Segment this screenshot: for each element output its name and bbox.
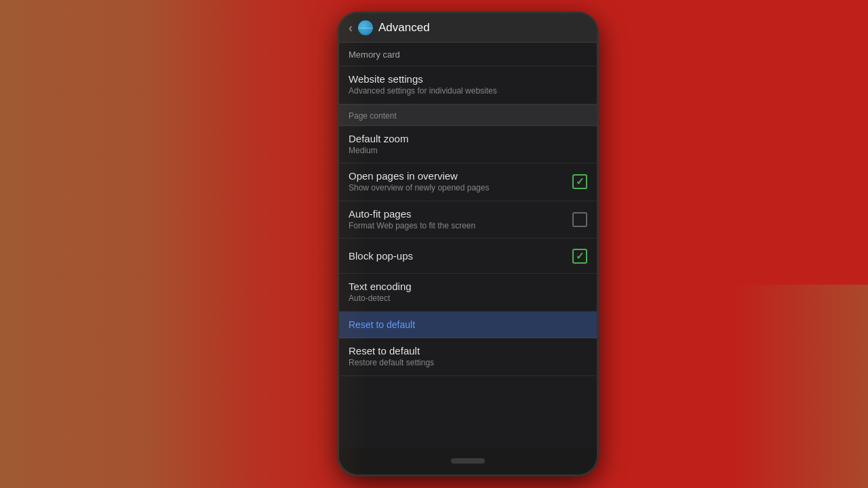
reset-default-content: Reset to default Restore default setting… — [349, 345, 587, 369]
open-pages-title: Open pages in overview — [349, 170, 567, 182]
website-settings-title: Website settings — [349, 73, 587, 85]
page-title: Advanced — [378, 21, 430, 35]
text-encoding-title: Text encoding — [349, 281, 587, 292]
block-popups-title: Block pop-ups — [349, 250, 567, 262]
phone-screen: ‹ Advanced Memory card Website settings … — [339, 14, 597, 447]
reset-default-subtitle: Restore default settings — [349, 358, 587, 369]
text-encoding-item[interactable]: Text encoding Auto-detect — [339, 274, 597, 312]
auto-fit-item[interactable]: Auto-fit pages Format Web pages to fit t… — [339, 201, 597, 239]
auto-fit-subtitle: Format Web pages to fit the screen — [349, 221, 567, 232]
memory-card-label: Memory card — [349, 49, 400, 60]
website-settings-subtitle: Advanced settings for individual website… — [349, 86, 587, 97]
page-content-divider: Page content — [339, 104, 597, 126]
hand-overlay-left — [0, 0, 366, 488]
auto-fit-title: Auto-fit pages — [349, 208, 567, 220]
default-zoom-subtitle: Medium — [349, 146, 587, 157]
phone-device: ‹ Advanced Memory card Website settings … — [339, 14, 597, 474]
default-zoom-item[interactable]: Default zoom Medium — [339, 126, 597, 164]
open-pages-item[interactable]: Open pages in overview Show overview of … — [339, 163, 597, 201]
open-pages-content: Open pages in overview Show overview of … — [349, 170, 567, 194]
phone-bottom-bar — [339, 447, 597, 474]
reset-default-item[interactable]: Reset to default Restore default setting… — [339, 338, 597, 376]
website-settings-content: Website settings Advanced settings for i… — [349, 73, 587, 97]
auto-fit-content: Auto-fit pages Format Web pages to fit t… — [349, 208, 567, 232]
block-popups-content: Block pop-ups — [349, 250, 567, 262]
website-settings-item[interactable]: Website settings Advanced settings for i… — [339, 66, 597, 104]
globe-icon — [358, 20, 373, 35]
block-popups-item[interactable]: Block pop-ups — [339, 239, 597, 274]
text-encoding-content: Text encoding Auto-detect — [349, 281, 587, 304]
reset-highlighted-label: Reset to default — [349, 319, 415, 330]
default-zoom-title: Default zoom — [349, 133, 587, 144]
block-popups-checkbox[interactable] — [572, 249, 587, 264]
open-pages-checkbox[interactable] — [572, 174, 587, 189]
open-pages-subtitle: Show overview of newly opened pages — [349, 183, 567, 194]
hand-overlay-right — [732, 285, 868, 488]
reset-default-title: Reset to default — [349, 345, 587, 357]
default-zoom-content: Default zoom Medium — [349, 133, 587, 157]
memory-card-row: Memory card — [339, 43, 597, 66]
back-arrow-icon[interactable]: ‹ — [349, 21, 353, 35]
text-encoding-subtitle: Auto-detect — [349, 293, 587, 304]
page-content-label: Page content — [349, 111, 397, 121]
reset-highlighted-item[interactable]: Reset to default — [339, 312, 597, 338]
header-bar: ‹ Advanced — [339, 14, 597, 43]
auto-fit-checkbox[interactable] — [572, 212, 587, 227]
home-button[interactable] — [451, 458, 485, 464]
